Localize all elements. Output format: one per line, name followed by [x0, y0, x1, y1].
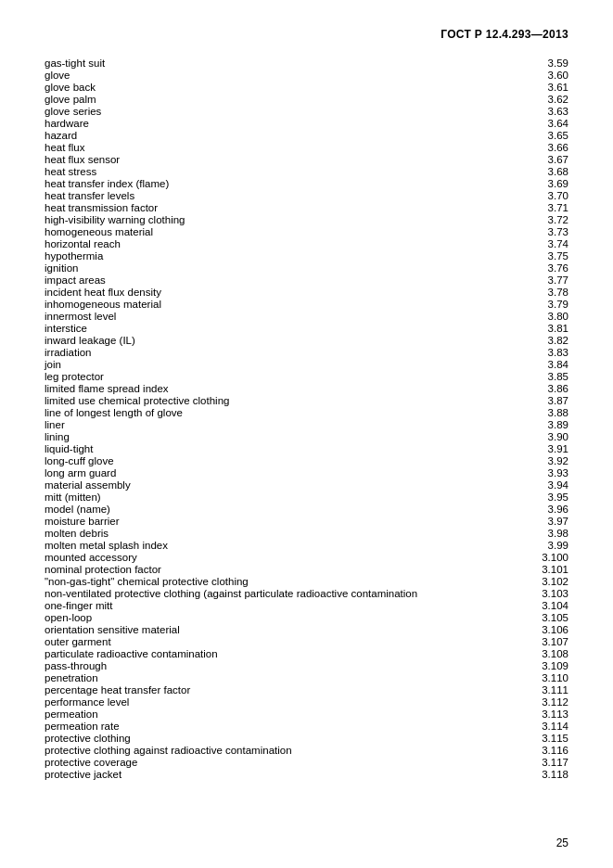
term-number: 3.104 [531, 600, 568, 611]
table-row: heat transfer levels3.70 [45, 190, 568, 201]
table-row: heat transmission factor3.71 [45, 202, 568, 213]
term-text: lining [45, 431, 531, 442]
term-number: 3.99 [531, 540, 568, 551]
table-row: hazard3.65 [45, 130, 568, 141]
term-text: heat transmission factor [45, 202, 531, 213]
term-number: 3.113 [531, 708, 568, 720]
content-table: gas-tight suit3.59glove3.60glove back3.6… [45, 57, 568, 780]
term-text: percentage heat transfer factor [45, 684, 531, 696]
term-text: line of longest length of glove [45, 407, 531, 418]
table-row: long arm guard3.93 [45, 467, 568, 479]
term-number: 3.89 [531, 419, 568, 430]
term-text: permeation rate [45, 721, 531, 732]
term-number: 3.94 [531, 479, 568, 491]
table-row: hardware3.64 [45, 118, 568, 129]
term-number: 3.63 [531, 106, 568, 117]
term-text: glove [45, 70, 531, 81]
term-number: 3.68 [531, 166, 568, 177]
term-text: molten debris [45, 528, 531, 539]
term-number: 3.78 [531, 287, 568, 298]
table-row: leg protector3.85 [45, 371, 568, 382]
table-row: penetration3.110 [45, 672, 568, 683]
table-row: horizontal reach3.74 [45, 238, 568, 249]
term-number: 3.88 [531, 407, 568, 418]
term-text: protective jacket [45, 769, 531, 780]
table-row: heat flux sensor3.67 [45, 154, 568, 165]
table-row: glove palm3.62 [45, 94, 568, 105]
term-text: glove palm [45, 94, 531, 105]
term-number: 3.90 [531, 431, 568, 442]
table-row: performance level3.112 [45, 696, 568, 708]
term-text: impact areas [45, 274, 531, 286]
term-number: 3.91 [531, 443, 568, 454]
table-row: glove3.60 [45, 70, 568, 81]
term-text: permeation [45, 708, 531, 720]
term-number: 3.81 [531, 323, 568, 334]
term-number: 3.109 [531, 660, 568, 671]
term-text: protective clothing against radioactive … [45, 745, 531, 756]
table-row: pass-through3.109 [45, 660, 568, 671]
term-number: 3.96 [531, 504, 568, 515]
term-text: protective coverage [45, 757, 531, 768]
term-text: orientation sensitive material [45, 624, 531, 635]
term-number: 3.118 [531, 769, 568, 780]
term-number: 3.114 [531, 721, 568, 732]
term-text: particulate radioactive contamination [45, 648, 531, 659]
term-number: 3.100 [531, 552, 568, 563]
term-number: 3.69 [531, 178, 568, 189]
term-number: 3.70 [531, 190, 568, 201]
term-number: 3.66 [531, 142, 568, 153]
table-row: open-loop3.105 [45, 612, 568, 623]
term-text: heat flux [45, 142, 531, 153]
term-text: mounted accessory [45, 552, 531, 563]
term-number: 3.106 [531, 624, 568, 635]
term-number: 3.73 [531, 226, 568, 237]
table-row: liquid-tight3.91 [45, 443, 568, 454]
term-text: hypothermia [45, 250, 531, 262]
term-number: 3.82 [531, 335, 568, 346]
term-text: join [45, 359, 531, 370]
term-text: hazard [45, 130, 531, 141]
table-row: "non-gas-tight" chemical protective clot… [45, 576, 568, 587]
term-text: inhomogeneous material [45, 299, 531, 310]
table-row: interstice3.81 [45, 323, 568, 334]
table-row: glove back3.61 [45, 82, 568, 93]
term-text: high-visibility warning clothing [45, 214, 531, 225]
term-text: outer garment [45, 636, 531, 647]
page-number: 25 [556, 836, 568, 849]
term-text: interstice [45, 323, 531, 334]
page-header: ГОСТ Р 12.4.293—2013 [45, 28, 568, 41]
table-row: limited use chemical protective clothing… [45, 395, 568, 406]
table-row: incident heat flux density3.78 [45, 287, 568, 298]
table-row: protective clothing against radioactive … [45, 745, 568, 756]
term-text: performance level [45, 696, 531, 708]
term-number: 3.103 [531, 588, 568, 599]
table-row: gas-tight suit3.59 [45, 57, 568, 69]
term-number: 3.62 [531, 94, 568, 105]
term-text: one-finger mitt [45, 600, 531, 611]
term-text: nominal protection factor [45, 564, 531, 575]
table-row: orientation sensitive material3.106 [45, 624, 568, 635]
term-number: 3.117 [531, 757, 568, 768]
table-row: molten debris3.98 [45, 528, 568, 539]
term-text: long arm guard [45, 467, 531, 479]
table-row: protective jacket3.118 [45, 769, 568, 780]
table-row: protective clothing3.115 [45, 733, 568, 744]
table-row: protective coverage3.117 [45, 757, 568, 768]
table-row: long-cuff glove3.92 [45, 455, 568, 466]
table-row: ignition3.76 [45, 262, 568, 274]
term-text: heat flux sensor [45, 154, 531, 165]
term-number: 3.107 [531, 636, 568, 647]
table-row: inward leakage (IL)3.82 [45, 335, 568, 346]
table-row: hypothermia3.75 [45, 250, 568, 262]
term-text: mitt (mitten) [45, 491, 531, 503]
term-number: 3.105 [531, 612, 568, 623]
term-text: heat transfer levels [45, 190, 531, 201]
term-text: innermost level [45, 311, 531, 322]
term-number: 3.67 [531, 154, 568, 165]
term-number: 3.108 [531, 648, 568, 659]
table-row: impact areas3.77 [45, 274, 568, 286]
term-number: 3.110 [531, 672, 568, 683]
table-row: high-visibility warning clothing3.72 [45, 214, 568, 225]
table-row: one-finger mitt3.104 [45, 600, 568, 611]
